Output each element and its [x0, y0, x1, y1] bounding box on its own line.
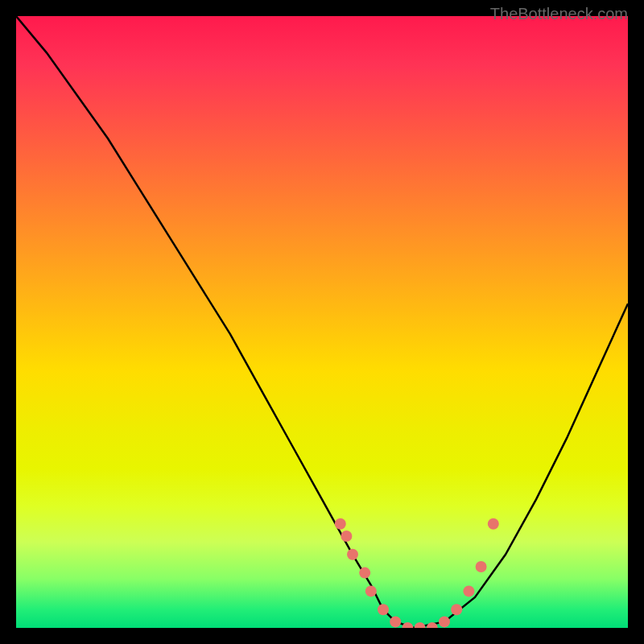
scatter-points: [335, 518, 499, 628]
bottleneck-curve: [16, 16, 628, 628]
scatter-point: [415, 622, 426, 628]
watermark-text: TheBottleneck.com: [490, 5, 628, 23]
chart-svg: [16, 16, 628, 628]
scatter-point: [341, 530, 352, 542]
scatter-point: [378, 604, 389, 615]
scatter-point: [463, 585, 474, 597]
scatter-point: [488, 518, 499, 530]
scatter-point: [335, 518, 346, 530]
scatter-point: [347, 549, 358, 560]
curve-path: [16, 16, 628, 628]
scatter-point: [476, 561, 487, 572]
scatter-point: [359, 568, 370, 579]
scatter-point: [390, 616, 401, 627]
scatter-point: [402, 622, 413, 628]
scatter-point: [365, 585, 377, 597]
scatter-point: [439, 616, 450, 627]
chart-plot-area: [16, 16, 628, 628]
scatter-point: [451, 604, 462, 615]
